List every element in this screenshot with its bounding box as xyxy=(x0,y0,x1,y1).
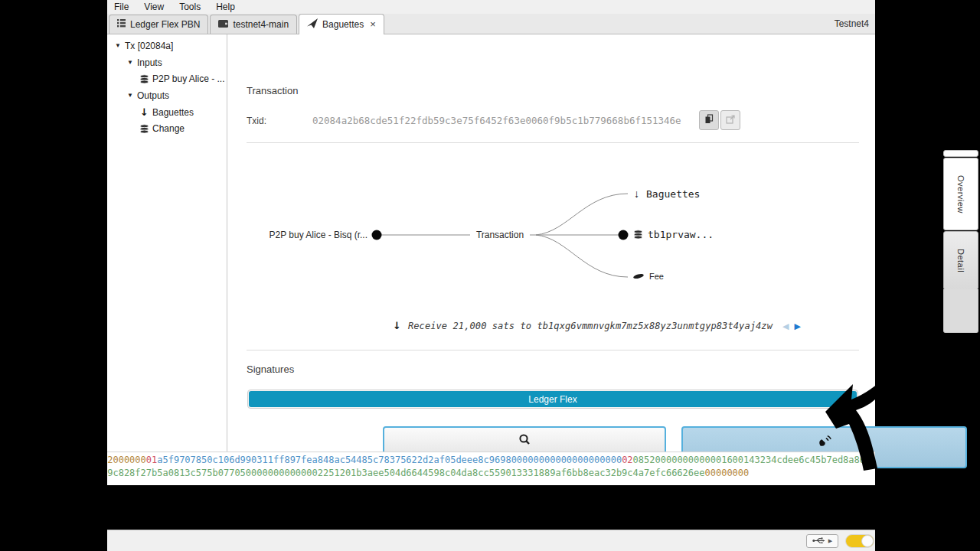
tree-label: Change xyxy=(152,123,185,134)
receive-text: Receive 21,000 sats to tb1qxg6vmmnvgkm7m… xyxy=(408,321,773,331)
coins-icon xyxy=(139,74,150,84)
tab-bar: Ledger Flex PBN testnet4-main Baguettes … xyxy=(107,14,875,34)
expander-icon[interactable]: ▼ xyxy=(126,59,135,66)
tree-item-tx[interactable]: ▼ Tx [02084a] xyxy=(107,37,227,54)
diagram-input-label[interactable]: P2P buy Alice - Bisq (r... xyxy=(269,230,368,240)
expander-icon[interactable]: ▼ xyxy=(126,92,135,99)
diagram-output-baguettes[interactable]: Baguettes xyxy=(646,188,700,200)
raw-transaction-hex[interactable]: 0200000001a5f9707850c106d990311ff897fea8… xyxy=(107,452,875,485)
side-tab-partial xyxy=(943,150,978,157)
transaction-diagram[interactable]: P2P buy Alice - Bisq (r... Transaction ↓… xyxy=(247,149,813,298)
app-window: File View Tools Help Ledger Flex PBN xyxy=(107,0,875,485)
divider xyxy=(247,142,859,143)
down-arrow-icon: ↓ xyxy=(634,187,639,200)
wallet-icon xyxy=(218,19,228,30)
magnifier-icon xyxy=(518,433,531,448)
output-node-dot[interactable] xyxy=(619,230,629,240)
sidebar-tree: ▼ Tx [02084a] ▼ Inputs P2P buy Alice - .… xyxy=(107,34,227,452)
signature-progress: Ledger Flex xyxy=(247,390,858,409)
down-arrow-icon: ↓ xyxy=(393,320,401,331)
diagram-output-fee[interactable]: Fee xyxy=(649,272,664,281)
tab-ledger-flex-pbn[interactable]: Ledger Flex PBN xyxy=(109,15,208,34)
down-arrow-icon: ↓ xyxy=(139,106,150,118)
screen: File View Tools Help Ledger Flex PBN xyxy=(0,0,980,551)
usb-device-button[interactable]: ▶ xyxy=(806,534,838,548)
tab-label: Detail xyxy=(956,249,965,272)
txid-label: Txid: xyxy=(247,116,266,126)
main-panel: Transaction Txid: 02084a2b68cde51f22fdb5… xyxy=(228,34,875,452)
send-icon xyxy=(307,18,318,31)
tree-label: Baguettes xyxy=(152,107,194,118)
tree-item-baguettes[interactable]: ↓ Baguettes xyxy=(107,104,227,121)
network-label: Testnet4 xyxy=(835,18,869,29)
tree-label: Outputs xyxy=(137,90,169,101)
menu-help[interactable]: Help xyxy=(208,0,243,14)
transaction-heading: Transaction xyxy=(247,85,298,96)
input-node-dot[interactable] xyxy=(372,230,382,240)
grid-icon xyxy=(117,19,126,30)
usb-icon xyxy=(812,534,826,548)
fee-icon xyxy=(633,273,645,279)
tree-item-inputs[interactable]: ▼ Inputs xyxy=(107,54,227,71)
open-external-button[interactable] xyxy=(720,110,740,130)
side-tab-panel xyxy=(943,289,978,333)
menu-file[interactable]: File xyxy=(107,0,136,14)
txid-value: 02084a2b68cde51f22fdb59c3e75f6452f63e006… xyxy=(312,115,681,126)
tree-item-change[interactable]: Change xyxy=(107,120,227,137)
tab-label: Overview xyxy=(956,175,965,214)
tab-testnet4-main[interactable]: testnet4-main xyxy=(210,15,297,34)
tab-label: testnet4-main xyxy=(233,19,289,30)
tree-item-p2p-buy-alice[interactable]: P2P buy Alice - ... xyxy=(107,70,227,87)
external-link-icon xyxy=(726,113,735,127)
expander-icon[interactable]: ▼ xyxy=(113,42,122,49)
next-output-button[interactable]: ▶ xyxy=(795,321,801,331)
tree-label: Inputs xyxy=(137,57,162,68)
tab-label: Ledger Flex PBN xyxy=(130,19,200,30)
receive-status-row: ↓ Receive 21,000 sats to tb1qxg6vmmnvgkm… xyxy=(247,320,874,331)
diagram-hub-label: Transaction xyxy=(476,230,524,240)
tree-label: P2P buy Alice - ... xyxy=(152,73,225,84)
tree-label: Tx [02084a] xyxy=(125,41,173,51)
signer-bar: Ledger Flex xyxy=(249,391,857,407)
copy-button[interactable] xyxy=(699,110,719,130)
play-icon: ▶ xyxy=(828,538,832,544)
coins-icon xyxy=(634,230,642,239)
toggle-knob[interactable] xyxy=(861,535,874,547)
menu-tools[interactable]: Tools xyxy=(172,0,208,14)
diagram-output-address[interactable]: tb1prvaw... xyxy=(648,229,714,240)
tab-detail[interactable]: Detail xyxy=(943,231,978,290)
hex-text: 0200000001a5f9707850c106d990311ff897fea8… xyxy=(107,454,875,479)
network-toggle[interactable] xyxy=(845,534,874,548)
menu-bar: File View Tools Help xyxy=(107,0,875,14)
prev-output-button[interactable]: ◀ xyxy=(782,321,789,331)
close-icon[interactable]: × xyxy=(370,20,376,29)
annotation-arrow xyxy=(824,380,884,474)
menu-view[interactable]: View xyxy=(136,0,172,14)
signatures-heading: Signatures xyxy=(247,364,294,375)
tree-item-outputs[interactable]: ▼ Outputs xyxy=(107,87,227,104)
signer-label: Ledger Flex xyxy=(528,394,577,405)
divider xyxy=(247,350,859,350)
tab-baguettes[interactable]: Baguettes × xyxy=(299,14,384,34)
tab-overview[interactable]: Overview xyxy=(943,158,978,230)
coins-icon xyxy=(139,124,150,134)
copy-icon xyxy=(704,113,714,127)
tab-label: Baguettes xyxy=(322,19,364,30)
status-bar: ▶ xyxy=(107,530,875,551)
